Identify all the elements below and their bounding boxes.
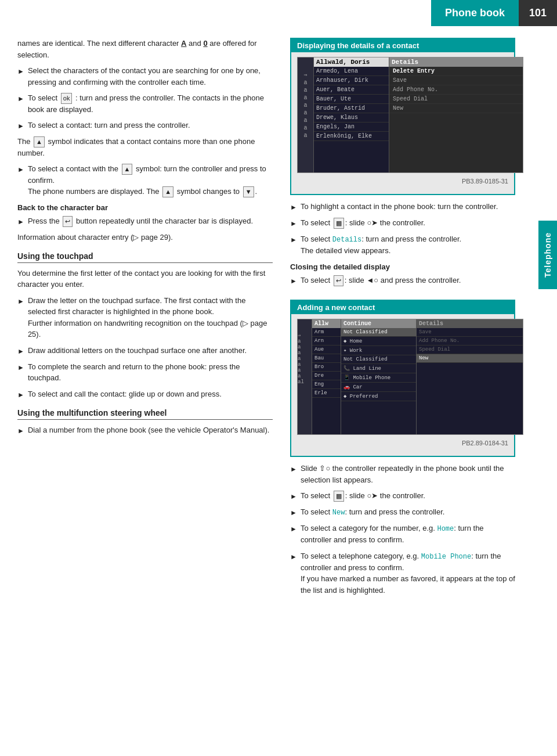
arrow-icon: ► [290,491,297,502]
arrow-icon: ► [17,121,24,131]
bullet-select-category: ► To select a category for the number, e… [290,523,515,546]
touchpad-intro: You determine the first letter of the co… [17,268,273,290]
page-header: Phone book 101 [0,0,557,26]
arrow-icon: ► [290,464,297,485]
header-right: Phone book 101 [431,0,557,26]
phonebook-screenshot: ⇒ a a a a a a a a Allwald, Doris Armedo,… [297,57,523,173]
bullet-draw-letter: ► Draw the letter on the touchpad surfac… [17,295,273,340]
arrow-icon: ► [290,235,297,257]
arrow-icon: ► [290,276,297,286]
bullet-dial-number: ► Dial a number from the phone book (see… [17,424,273,436]
intro-text: names are identical. The next different … [17,38,273,60]
bullet-select-call: ► To select and call the contact: glide … [17,388,273,400]
arrow-icon: ► [290,507,297,518]
arrow-icon: ► [17,93,24,115]
bullet-highlight-contact: ► To highlight a contact in the phone bo… [290,201,515,213]
display-img-caption: PB3.89-0185-31 [297,178,508,185]
bullet-select-new: ► To select New: turn and press the cont… [290,506,515,518]
using-msw-heading: Using the multifunction steering wheel [17,408,273,420]
arrow-icon: ► [290,218,297,229]
display-details-title: Displaying the details of a contact [291,39,514,52]
bullet-select-icon-add: ► To select ▩: slide ○➤ the controller. [290,490,515,502]
bullet-slide-up: ► Slide ⇧○ the controller repeatedly in … [290,463,515,485]
left-column: names are identical. The next different … [0,38,284,600]
right-column: Displaying the details of a contact ⇒ a … [284,38,538,600]
arrow-icon: ► [290,552,297,596]
adding-contact-section: Adding a new contact ⇒ a a a a a a a al [290,300,515,457]
symbol-note: The ▲ symbol indicates that a contact co… [17,136,273,159]
arrow-icon: ► [17,296,24,340]
add-contact-screenshot: ⇒ a a a a a a a al Allw Arm Arn Au [297,319,523,435]
bullet-symbol-select: ► To select a contact with the ▲ symbol:… [17,163,273,197]
bullet-select-chars: ► Select the characters of the contact y… [17,65,273,88]
arrow-icon: ► [17,66,24,88]
arrow-icon: ► [17,346,24,357]
arrow-icon: ► [17,390,24,400]
bullet-close-display: ► To select ↩: slide ◄○ and press the co… [290,275,515,286]
bullet-press-button: ► Press the ↩ button repeatedly until th… [17,215,273,227]
bullet-select-contact: ► To select a contact: turn and press th… [17,120,273,131]
bullet-select-details: ► To select Details: turn and press the … [290,233,515,257]
adding-contact-title: Adding a new contact [291,301,514,314]
bullet-select-ok: ► To select ok : turn and press the cont… [17,92,273,115]
using-touchpad-heading: Using the touchpad [17,251,273,263]
closing-detailed-display: Closing the detailed display [290,261,515,273]
add-img-caption: PB2.89-0184-31 [297,440,508,447]
back-char-bar-heading: Back to the character bar [17,202,273,214]
arrow-icon: ► [290,202,297,213]
arrow-icon: ► [17,426,24,436]
arrow-icon: ► [290,524,297,546]
telephone-side-tab: Telephone [538,221,557,289]
header-title: Phone book [431,0,519,26]
bullet-select-tel-category: ► To select a telephone category, e.g. M… [290,550,515,596]
page-number: 101 [519,0,557,26]
bullet-select-icon: ► To select ▩: slide ○➤ the controller. [290,217,515,229]
arrow-icon: ► [17,217,24,227]
info-char-entry: Information about character entry (▷ pag… [17,232,273,243]
display-details-section: Displaying the details of a contact ⇒ a … [290,38,515,195]
arrow-icon: ► [17,362,24,384]
bullet-draw-additional: ► Draw additional letters on the touchpa… [17,345,273,357]
main-content: names are identical. The next different … [0,26,557,612]
bullet-complete-search: ► To complete the search and return to t… [17,361,273,384]
arrow-icon: ► [17,164,24,197]
